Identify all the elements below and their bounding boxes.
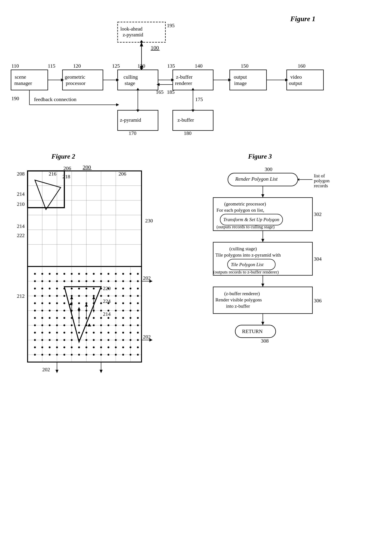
- svg-text:stage: stage: [125, 80, 135, 86]
- svg-text:214: 214: [103, 311, 111, 317]
- svg-text:feedback connection: feedback connection: [34, 97, 76, 102]
- svg-point-132: [49, 288, 51, 289]
- svg-point-110: [107, 273, 109, 275]
- svg-marker-309: [56, 370, 58, 373]
- svg-text:206: 206: [119, 171, 126, 177]
- svg-point-102: [49, 273, 51, 275]
- svg-text:Render visible polygons: Render visible polygons: [215, 297, 262, 302]
- svg-point-262: [122, 346, 124, 348]
- svg-point-194: [63, 317, 65, 319]
- svg-text:212: 212: [17, 293, 25, 299]
- svg-point-256: [78, 346, 80, 348]
- svg-text:look-ahead: look-ahead: [120, 26, 142, 32]
- svg-text:100: 100: [151, 45, 159, 51]
- svg-text:Render Polygon List: Render Polygon List: [235, 176, 278, 182]
- svg-text:For each polygon on list,: For each polygon on list,: [216, 208, 264, 213]
- svg-text:Tile polygons into z-pyramid w: Tile polygons into z-pyramid with: [215, 252, 281, 258]
- svg-text:190: 190: [11, 96, 19, 101]
- svg-text:processor: processor: [66, 80, 86, 86]
- svg-text:140: 140: [195, 63, 202, 69]
- svg-text:150: 150: [241, 63, 248, 69]
- svg-text:165: 165: [156, 89, 163, 95]
- svg-text:Transform & Set Up Polygon: Transform & Set Up Polygon: [223, 217, 279, 222]
- figure3-title: Figure 3: [248, 153, 272, 160]
- svg-text:z-pyramid: z-pyramid: [123, 32, 143, 37]
- svg-text:115: 115: [48, 63, 55, 69]
- svg-point-106: [78, 273, 80, 275]
- figure2-diagram: 200 206 208: [5, 158, 180, 526]
- svg-text:image: image: [234, 80, 247, 86]
- svg-text:(outputs records to culling st: (outputs records to culling stage): [216, 224, 275, 229]
- svg-rect-27: [173, 70, 213, 90]
- svg-text:135: 135: [167, 63, 175, 69]
- svg-text:202: 202: [143, 275, 151, 281]
- svg-text:202: 202: [143, 334, 151, 340]
- svg-marker-353: [261, 322, 264, 325]
- svg-text:polygon: polygon: [314, 178, 330, 183]
- svg-rect-99: [28, 266, 141, 362]
- svg-text:175: 175: [195, 97, 203, 102]
- svg-point-190: [34, 317, 36, 319]
- svg-text:Figure 1: Figure 1: [290, 15, 315, 23]
- svg-text:(outputs records to z-buffer r: (outputs records to z-buffer renderer): [213, 270, 279, 274]
- svg-point-204: [137, 317, 139, 319]
- svg-text:214: 214: [17, 223, 25, 229]
- svg-text:output: output: [234, 74, 247, 80]
- svg-point-260: [107, 346, 109, 348]
- svg-marker-71: [116, 103, 119, 106]
- svg-point-144: [137, 288, 139, 289]
- svg-text:214: 214: [17, 191, 25, 197]
- svg-text:180: 180: [184, 130, 191, 136]
- svg-rect-36: [287, 70, 323, 90]
- page: Figure 1 100 look-ahead z-pyramid 195 sc…: [0, 0, 392, 535]
- svg-point-100: [34, 273, 36, 275]
- svg-point-174: [137, 302, 139, 304]
- svg-text:manager: manager: [14, 80, 32, 86]
- svg-text:170: 170: [129, 130, 136, 136]
- svg-point-224: [63, 332, 65, 334]
- svg-point-252: [49, 346, 51, 348]
- svg-text:list of: list of: [314, 173, 325, 178]
- svg-text:208: 208: [17, 171, 25, 177]
- svg-text:geometric: geometric: [65, 74, 85, 80]
- svg-text:records: records: [314, 183, 328, 188]
- svg-text:308: 308: [261, 338, 269, 344]
- svg-text:130: 130: [137, 63, 145, 69]
- svg-text:output: output: [289, 80, 302, 86]
- figure3-diagram: 300 Render Polygon List list of polygon …: [195, 160, 378, 518]
- svg-point-172: [122, 302, 124, 304]
- svg-text:302: 302: [314, 211, 322, 217]
- svg-text:185: 185: [167, 89, 175, 95]
- svg-text:125: 125: [112, 63, 120, 69]
- svg-point-264: [137, 346, 139, 348]
- svg-text:224: 224: [103, 298, 111, 304]
- svg-text:218: 218: [62, 174, 70, 179]
- svg-rect-32: [230, 70, 266, 90]
- svg-text:Tile Polygon List: Tile Polygon List: [231, 262, 264, 267]
- svg-text:120: 120: [73, 63, 81, 69]
- svg-point-114: [137, 273, 139, 275]
- svg-point-142: [122, 288, 124, 289]
- svg-point-230: [107, 332, 109, 334]
- svg-text:z-buffer: z-buffer: [177, 117, 194, 123]
- svg-marker-328: [261, 194, 264, 198]
- svg-text:z-buffer: z-buffer: [176, 74, 193, 80]
- svg-point-202: [122, 317, 124, 319]
- svg-text:110: 110: [11, 63, 19, 69]
- svg-text:(geometric processor): (geometric processor): [224, 201, 266, 207]
- svg-point-164: [63, 302, 65, 304]
- svg-point-232: [122, 332, 124, 334]
- svg-rect-13: [11, 70, 48, 90]
- svg-text:222: 222: [17, 233, 25, 238]
- svg-text:culling: culling: [123, 74, 138, 80]
- svg-point-200: [107, 317, 109, 319]
- svg-point-222: [49, 332, 51, 334]
- svg-text:202: 202: [42, 367, 50, 372]
- svg-text:RETURN: RETURN: [242, 328, 263, 334]
- svg-text:195: 195: [167, 23, 175, 28]
- svg-text:210: 210: [17, 201, 25, 207]
- svg-marker-323: [298, 178, 299, 181]
- svg-text:306: 306: [314, 298, 322, 303]
- svg-point-192: [49, 317, 51, 319]
- svg-point-104: [63, 273, 65, 275]
